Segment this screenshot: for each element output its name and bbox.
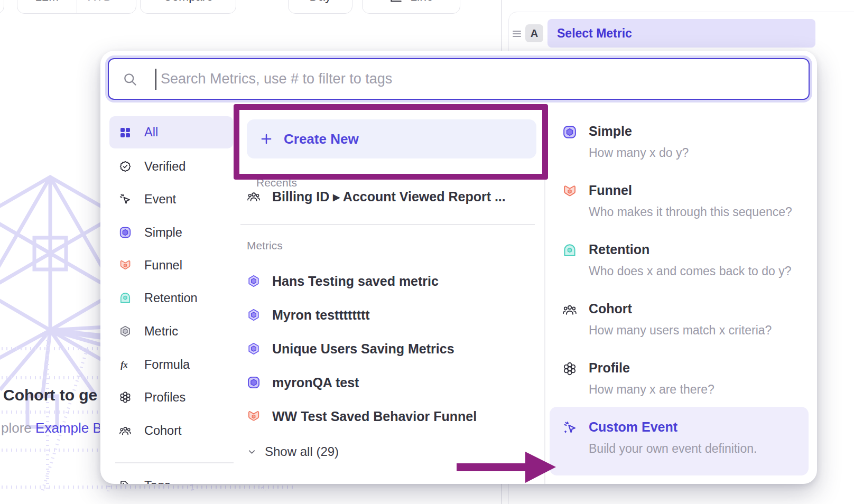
sidebar-divider [115, 462, 234, 463]
sidebar-item-profiles[interactable]: Profiles [109, 388, 233, 407]
date-range-segment: 12M XTD [17, 0, 136, 14]
saved-metric-icon [247, 342, 261, 356]
simple-icon [119, 226, 132, 239]
metrics-heading: Metrics [247, 239, 283, 252]
sidebar-item-verified[interactable]: Verified [109, 157, 233, 176]
hexagon-metric-icon [119, 325, 132, 338]
sidebar-item-simple[interactable]: Simple [109, 223, 233, 242]
fx-icon [119, 358, 132, 371]
interval-day-button[interactable]: Day [288, 0, 352, 14]
retention-icon [119, 292, 132, 304]
column-divider [544, 111, 545, 484]
create-new-button[interactable]: Create New [247, 119, 536, 158]
retention-icon [562, 243, 577, 258]
simple-icon [247, 376, 261, 389]
profiles-flower-icon [562, 361, 577, 376]
range-12m-button[interactable]: 12M [17, 0, 77, 13]
metric-list-item[interactable]: WW Test Saved Behavior Funnel [247, 407, 537, 426]
partial-left-button[interactable] [0, 0, 4, 14]
chevron-down-icon [116, 0, 125, 1]
sidebar-item-funnel[interactable]: Funnel [109, 256, 233, 275]
line-chart-icon [389, 0, 403, 3]
empty-state-hint: plore Example B [0, 420, 100, 436]
search-input[interactable] [160, 59, 804, 99]
funnel-icon [119, 259, 132, 272]
sidebar-item-all[interactable]: All [109, 116, 233, 148]
recents-divider [240, 224, 535, 225]
metric-list-item[interactable]: Unique Users Saving Metrics [247, 339, 537, 358]
search-icon [123, 72, 137, 87]
app-window: 12M XTD Compare Day Line A Select Metric… [0, 0, 854, 504]
example-link[interactable]: Example B [35, 420, 100, 436]
show-all-button[interactable]: Show all (29) [247, 444, 339, 459]
cohort-people-icon [562, 302, 577, 317]
saved-metric-icon [247, 308, 261, 322]
compare-button[interactable]: Compare [140, 0, 236, 14]
plus-icon [259, 132, 273, 146]
profiles-flower-icon [119, 391, 132, 404]
sidebar-item-metric[interactable]: Metric [109, 322, 233, 341]
cursor-spark-icon [562, 421, 577, 435]
sidebar-item-tags-partial[interactable]: Tags [109, 476, 233, 484]
drag-handle-icon[interactable] [510, 27, 523, 40]
metric-picker-modal: All Verified Event Simple Funnel Retenti… [100, 51, 817, 484]
funnel-icon [247, 409, 261, 423]
chevron-down-icon [247, 447, 257, 457]
cohort-people-icon [247, 190, 261, 203]
sidebar-item-formula[interactable]: Formula [109, 355, 233, 374]
cursor-spark-icon [119, 193, 132, 206]
chart-type-line-button[interactable]: Line [362, 0, 460, 14]
sidebar-item-retention[interactable]: Retention [109, 288, 233, 307]
range-xtd-button[interactable]: XTD [77, 0, 136, 13]
custom-event-highlight [550, 407, 809, 475]
tag-icon [119, 479, 132, 484]
select-metric-field[interactable]: Select Metric [547, 19, 815, 48]
text-cursor [155, 69, 156, 90]
simple-icon [562, 125, 577, 139]
empty-state-title: Cohort to ge [3, 386, 97, 404]
grid-icon [119, 126, 132, 139]
cohort-people-icon [119, 424, 132, 437]
saved-metric-icon [247, 274, 261, 288]
metric-list-item[interactable]: Myron testttttttt [247, 305, 537, 324]
verified-seal-icon [119, 160, 132, 173]
search-field-wrap [108, 58, 810, 100]
sidebar-item-cohort[interactable]: Cohort [109, 421, 233, 440]
funnel-icon [562, 184, 577, 199]
sidebar-item-event[interactable]: Event [109, 190, 233, 209]
series-a-badge: A [525, 24, 543, 42]
metric-list-item[interactable]: myronQA test [247, 373, 537, 392]
recent-item[interactable]: Billing ID ▸ Account Viewed Report ... [247, 187, 537, 206]
metric-list-item[interactable]: Hans Testing saved metric [247, 272, 537, 291]
